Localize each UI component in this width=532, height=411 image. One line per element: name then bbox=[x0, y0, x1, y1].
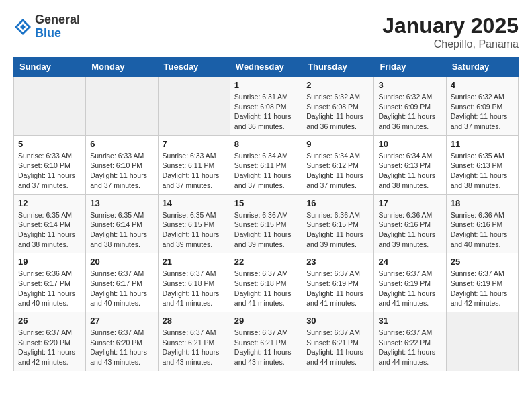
calendar-cell: 23Sunrise: 6:37 AM Sunset: 6:19 PM Dayli… bbox=[302, 253, 374, 312]
calendar-cell bbox=[158, 77, 230, 136]
day-info: Sunrise: 6:35 AM Sunset: 6:14 PM Dayligh… bbox=[90, 210, 153, 250]
calendar-cell bbox=[446, 312, 518, 371]
page-header: General Blue January 2025 Chepillo, Pana… bbox=[13, 13, 519, 50]
calendar-cell: 26Sunrise: 6:37 AM Sunset: 6:20 PM Dayli… bbox=[14, 312, 86, 371]
day-number: 11 bbox=[451, 139, 514, 149]
weekday-header-row: SundayMondayTuesdayWednesdayThursdayFrid… bbox=[14, 58, 519, 77]
calendar-cell: 4Sunrise: 6:32 AM Sunset: 6:09 PM Daylig… bbox=[446, 77, 518, 136]
calendar-cell: 25Sunrise: 6:37 AM Sunset: 6:19 PM Dayli… bbox=[446, 253, 518, 312]
day-info: Sunrise: 6:37 AM Sunset: 6:19 PM Dayligh… bbox=[378, 269, 441, 308]
day-info: Sunrise: 6:33 AM Sunset: 6:11 PM Dayligh… bbox=[163, 151, 226, 191]
day-info: Sunrise: 6:37 AM Sunset: 6:17 PM Dayligh… bbox=[90, 269, 153, 308]
calendar-cell bbox=[86, 77, 158, 136]
logo-general: General bbox=[35, 13, 80, 27]
day-info: Sunrise: 6:33 AM Sunset: 6:10 PM Dayligh… bbox=[18, 151, 81, 191]
calendar-week-row: 5Sunrise: 6:33 AM Sunset: 6:10 PM Daylig… bbox=[14, 135, 519, 194]
day-info: Sunrise: 6:37 AM Sunset: 6:19 PM Dayligh… bbox=[451, 269, 514, 308]
calendar-cell: 20Sunrise: 6:37 AM Sunset: 6:17 PM Dayli… bbox=[86, 253, 158, 312]
calendar-week-row: 12Sunrise: 6:35 AM Sunset: 6:14 PM Dayli… bbox=[14, 194, 519, 253]
calendar-cell: 6Sunrise: 6:33 AM Sunset: 6:10 PM Daylig… bbox=[86, 135, 158, 194]
day-number: 12 bbox=[18, 198, 81, 208]
calendar-cell: 5Sunrise: 6:33 AM Sunset: 6:10 PM Daylig… bbox=[14, 135, 86, 194]
day-info: Sunrise: 6:32 AM Sunset: 6:09 PM Dayligh… bbox=[378, 92, 441, 132]
day-info: Sunrise: 6:37 AM Sunset: 6:18 PM Dayligh… bbox=[234, 269, 298, 308]
title-location: Chepillo, Panama bbox=[382, 38, 519, 50]
calendar-cell: 3Sunrise: 6:32 AM Sunset: 6:09 PM Daylig… bbox=[374, 77, 446, 136]
calendar-cell: 22Sunrise: 6:37 AM Sunset: 6:18 PM Dayli… bbox=[230, 253, 302, 312]
day-info: Sunrise: 6:32 AM Sunset: 6:08 PM Dayligh… bbox=[306, 92, 369, 132]
day-number: 9 bbox=[306, 139, 369, 149]
day-number: 30 bbox=[306, 316, 369, 326]
day-number: 14 bbox=[163, 198, 226, 208]
calendar-cell: 8Sunrise: 6:34 AM Sunset: 6:11 PM Daylig… bbox=[230, 135, 302, 194]
day-info: Sunrise: 6:36 AM Sunset: 6:16 PM Dayligh… bbox=[378, 210, 441, 250]
title-month: January 2025 bbox=[382, 13, 519, 38]
calendar-cell: 31Sunrise: 6:37 AM Sunset: 6:22 PM Dayli… bbox=[374, 312, 446, 371]
day-number: 21 bbox=[163, 257, 226, 267]
calendar-cell: 19Sunrise: 6:36 AM Sunset: 6:17 PM Dayli… bbox=[14, 253, 86, 312]
weekday-header-friday: Friday bbox=[374, 58, 446, 77]
calendar-cell: 21Sunrise: 6:37 AM Sunset: 6:18 PM Dayli… bbox=[158, 253, 230, 312]
day-info: Sunrise: 6:34 AM Sunset: 6:13 PM Dayligh… bbox=[378, 151, 441, 191]
weekday-header-sunday: Sunday bbox=[14, 58, 86, 77]
day-info: Sunrise: 6:35 AM Sunset: 6:14 PM Dayligh… bbox=[18, 210, 81, 250]
day-info: Sunrise: 6:34 AM Sunset: 6:12 PM Dayligh… bbox=[306, 151, 369, 191]
calendar-cell: 7Sunrise: 6:33 AM Sunset: 6:11 PM Daylig… bbox=[158, 135, 230, 194]
calendar-cell: 9Sunrise: 6:34 AM Sunset: 6:12 PM Daylig… bbox=[302, 135, 374, 194]
day-number: 18 bbox=[451, 198, 514, 208]
day-number: 29 bbox=[234, 316, 298, 326]
day-info: Sunrise: 6:37 AM Sunset: 6:19 PM Dayligh… bbox=[306, 269, 369, 308]
logo-text: General Blue bbox=[35, 13, 80, 40]
day-number: 8 bbox=[234, 139, 298, 149]
day-info: Sunrise: 6:37 AM Sunset: 6:21 PM Dayligh… bbox=[163, 328, 226, 367]
calendar-cell: 17Sunrise: 6:36 AM Sunset: 6:16 PM Dayli… bbox=[374, 194, 446, 253]
day-info: Sunrise: 6:36 AM Sunset: 6:15 PM Dayligh… bbox=[306, 210, 369, 250]
day-info: Sunrise: 6:37 AM Sunset: 6:21 PM Dayligh… bbox=[306, 328, 369, 367]
calendar-cell: 27Sunrise: 6:37 AM Sunset: 6:20 PM Dayli… bbox=[86, 312, 158, 371]
day-info: Sunrise: 6:36 AM Sunset: 6:16 PM Dayligh… bbox=[451, 210, 514, 250]
day-info: Sunrise: 6:37 AM Sunset: 6:21 PM Dayligh… bbox=[234, 328, 298, 367]
calendar-week-row: 26Sunrise: 6:37 AM Sunset: 6:20 PM Dayli… bbox=[14, 312, 519, 371]
day-number: 24 bbox=[378, 257, 441, 267]
title-block: January 2025 Chepillo, Panama bbox=[382, 13, 519, 50]
day-number: 19 bbox=[18, 257, 81, 267]
calendar-table: SundayMondayTuesdayWednesdayThursdayFrid… bbox=[13, 57, 519, 371]
day-info: Sunrise: 6:35 AM Sunset: 6:13 PM Dayligh… bbox=[451, 151, 514, 191]
day-info: Sunrise: 6:37 AM Sunset: 6:18 PM Dayligh… bbox=[163, 269, 226, 308]
calendar-cell: 10Sunrise: 6:34 AM Sunset: 6:13 PM Dayli… bbox=[374, 135, 446, 194]
day-number: 25 bbox=[451, 257, 514, 267]
day-number: 1 bbox=[234, 80, 298, 90]
calendar-cell: 14Sunrise: 6:35 AM Sunset: 6:15 PM Dayli… bbox=[158, 194, 230, 253]
day-number: 4 bbox=[451, 80, 514, 90]
day-number: 22 bbox=[234, 257, 298, 267]
day-number: 27 bbox=[90, 316, 153, 326]
day-info: Sunrise: 6:33 AM Sunset: 6:10 PM Dayligh… bbox=[90, 151, 153, 191]
calendar-cell: 30Sunrise: 6:37 AM Sunset: 6:21 PM Dayli… bbox=[302, 312, 374, 371]
day-number: 7 bbox=[163, 139, 226, 149]
day-number: 17 bbox=[378, 198, 441, 208]
calendar-cell: 29Sunrise: 6:37 AM Sunset: 6:21 PM Dayli… bbox=[230, 312, 302, 371]
weekday-header-monday: Monday bbox=[86, 58, 158, 77]
day-number: 28 bbox=[163, 316, 226, 326]
day-info: Sunrise: 6:37 AM Sunset: 6:20 PM Dayligh… bbox=[90, 328, 153, 367]
calendar-cell: 15Sunrise: 6:36 AM Sunset: 6:15 PM Dayli… bbox=[230, 194, 302, 253]
day-number: 13 bbox=[90, 198, 153, 208]
day-number: 16 bbox=[306, 198, 369, 208]
day-number: 15 bbox=[234, 198, 298, 208]
day-number: 20 bbox=[90, 257, 153, 267]
day-info: Sunrise: 6:36 AM Sunset: 6:17 PM Dayligh… bbox=[18, 269, 81, 308]
logo-icon bbox=[13, 17, 32, 36]
logo-blue: Blue bbox=[35, 27, 80, 40]
calendar-cell: 2Sunrise: 6:32 AM Sunset: 6:08 PM Daylig… bbox=[302, 77, 374, 136]
weekday-header-wednesday: Wednesday bbox=[230, 58, 302, 77]
calendar-cell bbox=[14, 77, 86, 136]
day-info: Sunrise: 6:34 AM Sunset: 6:11 PM Dayligh… bbox=[234, 151, 298, 191]
calendar-week-row: 19Sunrise: 6:36 AM Sunset: 6:17 PM Dayli… bbox=[14, 253, 519, 312]
weekday-header-thursday: Thursday bbox=[302, 58, 374, 77]
day-number: 2 bbox=[306, 80, 369, 90]
day-number: 10 bbox=[378, 139, 441, 149]
day-number: 5 bbox=[18, 139, 81, 149]
day-info: Sunrise: 6:32 AM Sunset: 6:09 PM Dayligh… bbox=[451, 92, 514, 132]
day-info: Sunrise: 6:37 AM Sunset: 6:22 PM Dayligh… bbox=[378, 328, 441, 367]
day-number: 6 bbox=[90, 139, 153, 149]
